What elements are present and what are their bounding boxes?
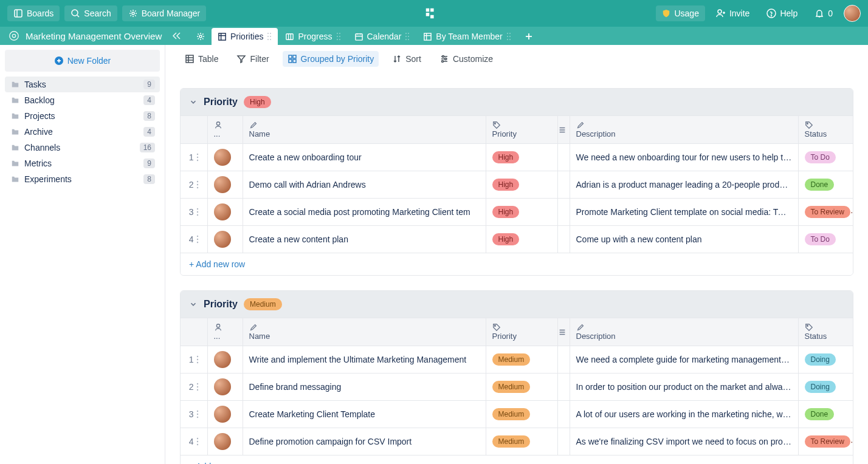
assignee-avatar[interactable] xyxy=(214,149,231,166)
chevron-down-icon[interactable] xyxy=(189,300,198,309)
row-menu-icon[interactable] xyxy=(196,437,199,446)
sidebar-item-tasks[interactable]: Tasks 9 xyxy=(5,77,160,92)
add-row-button[interactable]: + Add new row xyxy=(181,253,853,275)
status-badge[interactable]: Doing xyxy=(805,381,836,393)
cell-name[interactable]: Define brand messaging xyxy=(243,374,486,401)
cell-name[interactable]: Create a social media post promoting Mar… xyxy=(243,199,486,226)
board-title[interactable]: Marketing Management Overview xyxy=(26,31,165,41)
cell-name[interactable]: Create a new onboarding tour xyxy=(243,144,486,171)
tab-calendar[interactable]: Calendar xyxy=(348,28,416,45)
cell-description[interactable]: We need a new onboarding tour for new us… xyxy=(570,144,798,171)
chevron-down-icon[interactable] xyxy=(189,98,198,106)
table-view-button[interactable]: Table xyxy=(180,51,223,67)
col-header-name[interactable]: Name xyxy=(243,318,486,346)
boards-button[interactable]: Boards xyxy=(7,5,60,21)
col-header-name[interactable]: Name xyxy=(243,116,486,144)
col-header-status[interactable]: Status xyxy=(798,116,853,144)
assignee-avatar[interactable] xyxy=(214,351,231,368)
table-row[interactable]: 2 Define brand messaging Medium In order… xyxy=(181,374,853,401)
assignee-avatar[interactable] xyxy=(214,231,231,248)
col-header-status[interactable]: Status xyxy=(798,318,853,346)
collapse-sidebar-icon[interactable] xyxy=(171,31,181,41)
status-badge[interactable]: To Review xyxy=(805,435,850,448)
cell-description[interactable]: Come up with a new content plan xyxy=(570,226,798,253)
table-row[interactable]: 1 Write and implement the Ultimate Marke… xyxy=(181,346,853,374)
assignee-avatar[interactable] xyxy=(214,378,231,395)
customize-button[interactable]: Customize xyxy=(435,51,498,67)
sidebar-item-channels[interactable]: Channels 16 xyxy=(5,140,160,155)
status-badge[interactable]: To Do xyxy=(805,151,836,163)
priority-badge[interactable]: High xyxy=(492,179,520,191)
col-header-assignee[interactable]: ... xyxy=(207,116,243,144)
assignee-avatar[interactable] xyxy=(214,406,231,423)
cell-description[interactable]: Promote Marketing Client template on soc… xyxy=(570,199,798,226)
filter-button[interactable]: Filter xyxy=(232,51,274,67)
col-header-description[interactable]: Description xyxy=(570,318,798,346)
table-row[interactable]: 3 Create a social media post promoting M… xyxy=(181,199,853,226)
priority-badge[interactable]: Medium xyxy=(492,381,531,393)
cell-name[interactable]: Demo call with Adrian Andrews xyxy=(243,171,486,199)
tab-priorities[interactable]: Priorities xyxy=(212,28,278,45)
help-button[interactable]: Help xyxy=(760,5,804,21)
table-row[interactable]: 1 Create a new onboarding tour High We n… xyxy=(181,144,853,171)
assignee-avatar[interactable] xyxy=(214,203,231,220)
table-row[interactable]: 4 Create a new content plan High Come up… xyxy=(181,226,853,253)
group-header[interactable]: Priority Medium xyxy=(181,291,853,318)
row-menu-icon[interactable] xyxy=(196,153,199,162)
usage-button[interactable]: Usage xyxy=(656,5,704,21)
priority-badge[interactable]: High xyxy=(492,151,520,163)
sidebar-item-projects[interactable]: Projects 8 xyxy=(5,108,160,124)
col-header-description[interactable]: Description xyxy=(570,116,798,144)
sidebar-item-metrics[interactable]: Metrics 9 xyxy=(5,155,160,171)
status-badge[interactable]: Done xyxy=(805,408,835,420)
priority-badge[interactable]: Medium xyxy=(492,435,531,448)
sidebar-item-archive[interactable]: Archive 4 xyxy=(5,124,160,140)
notifications-button[interactable]: 0 xyxy=(808,5,839,21)
sort-button[interactable]: Sort xyxy=(387,51,426,67)
sidebar-item-experiments[interactable]: Experiments 8 xyxy=(5,171,160,187)
add-tab-button[interactable] xyxy=(518,28,539,45)
user-avatar[interactable] xyxy=(844,5,861,22)
row-menu-icon[interactable] xyxy=(196,355,199,364)
group-header[interactable]: Priority High xyxy=(181,89,853,115)
cell-name[interactable]: Create a new content plan xyxy=(243,226,486,253)
board-manager-button[interactable]: Board Manager xyxy=(122,5,207,21)
cell-name[interactable]: Write and implement the Ultimate Marketi… xyxy=(243,346,486,374)
col-header-priority[interactable]: Priority xyxy=(486,318,557,346)
cell-name[interactable]: Create Marketing Client Template xyxy=(243,401,486,428)
visibility-icon[interactable] xyxy=(9,30,19,41)
status-badge[interactable]: To Review xyxy=(805,206,850,218)
invite-button[interactable]: Invite xyxy=(710,5,756,21)
priority-badge[interactable]: Medium xyxy=(492,353,531,366)
cell-description[interactable]: We need a complete guide for marketing m… xyxy=(570,346,798,374)
status-badge[interactable]: Done xyxy=(805,179,835,191)
cell-description[interactable]: As we're finalizing CSV import we need t… xyxy=(570,428,798,455)
col-header-priority[interactable]: Priority xyxy=(486,116,557,144)
row-menu-icon[interactable] xyxy=(196,180,199,189)
priority-badge[interactable]: Medium xyxy=(492,408,531,420)
search-button[interactable]: Search xyxy=(64,5,117,21)
col-header-unknown[interactable] xyxy=(557,318,570,346)
add-row-button[interactable]: + Add new row xyxy=(181,455,853,464)
table-row[interactable]: 2 Demo call with Adrian Andrews High Adr… xyxy=(181,171,853,199)
priority-badge[interactable]: High xyxy=(492,206,520,218)
col-header-assignee[interactable]: ... xyxy=(207,318,243,346)
cell-description[interactable]: In order to position our product on the … xyxy=(570,374,798,401)
row-menu-icon[interactable] xyxy=(196,208,199,216)
col-header-index[interactable] xyxy=(181,116,207,144)
row-menu-icon[interactable] xyxy=(196,410,199,418)
view-settings-button[interactable] xyxy=(191,28,210,45)
row-menu-icon[interactable] xyxy=(196,383,199,391)
table-row[interactable]: 3 Create Marketing Client Template Mediu… xyxy=(181,401,853,428)
status-badge[interactable]: Doing xyxy=(805,353,836,366)
tab-by-team-member[interactable]: By Team Member xyxy=(417,28,517,45)
sidebar-item-backlog[interactable]: Backlog 4 xyxy=(5,92,160,108)
col-header-index[interactable] xyxy=(181,318,207,346)
cell-description[interactable]: A lot of our users are working in the ma… xyxy=(570,401,798,428)
cell-name[interactable]: Define promotion campaign for CSV Import xyxy=(243,428,486,455)
col-header-unknown[interactable] xyxy=(557,116,570,144)
cell-description[interactable]: Adrian is a product manager leading a 20… xyxy=(570,171,798,199)
table-row[interactable]: 4 Define promotion campaign for CSV Impo… xyxy=(181,428,853,455)
assignee-avatar[interactable] xyxy=(214,176,231,193)
new-folder-button[interactable]: New Folder xyxy=(5,50,160,72)
